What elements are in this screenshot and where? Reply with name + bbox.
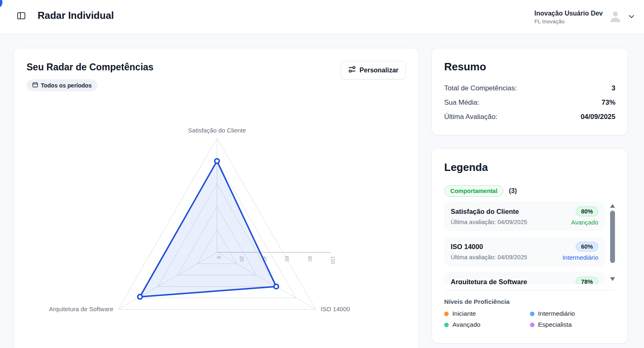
legend-item-iso14000: ISO 14000 Última avaliação: 04/09/2025 6… — [444, 237, 605, 266]
svg-text:Satisfação do Cliente: Satisfação do Cliente — [188, 127, 246, 134]
summary-title: Resumo — [444, 60, 615, 74]
legend-item-arquitetura: Arquitetura de Software 78% — [444, 272, 605, 284]
top-header: Radar Individual Inovação Usuário Dev FL… — [0, 0, 644, 34]
avancado-dot-icon — [444, 323, 449, 327]
sidebar-toggle-button[interactable] — [16, 11, 26, 21]
category-badge-comportamental[interactable]: Comportamental — [444, 185, 503, 197]
scrollbar-thumb[interactable] — [610, 211, 615, 263]
svg-text:Arquitetura de Software: Arquitetura de Software — [49, 305, 114, 312]
user-org: FL Inovação — [534, 18, 565, 25]
competency-name: ISO 14000 — [451, 242, 527, 251]
category-count: (3) — [509, 187, 517, 195]
competency-last-eval: Última avaliação: 04/09/2025 — [451, 253, 527, 261]
level-label: Avançado — [571, 219, 598, 226]
radar-card: Seu Radar de Competências Todos os perío… — [13, 48, 419, 348]
especialista-dot-icon — [530, 323, 534, 327]
legend-card: Legenda Comportamental (3) Satisfação do… — [432, 148, 628, 344]
legend-scroll-area[interactable]: Satisfação do Cliente Última avaliação: … — [444, 202, 615, 284]
corner-accent — [0, 0, 2, 8]
scrollbar-down-arrow[interactable] — [610, 277, 615, 281]
proficiency-label: Iniciante — [452, 310, 476, 317]
level-label: Intermediário — [562, 254, 598, 261]
summary-row-label: Total de Competências: — [444, 83, 517, 93]
proficiency-intermediario: Intermediário — [530, 310, 616, 317]
competency-name: Arquitetura de Software — [451, 277, 527, 284]
svg-text:ISO 14000: ISO 14000 — [321, 305, 350, 312]
proficiency-especialista: Especialista — [530, 321, 616, 328]
proficiency-iniciante: Iniciante — [444, 310, 530, 317]
proficiency-title: Níveis de Proficiência — [444, 298, 615, 305]
percent-badge: 78% — [576, 277, 598, 284]
summary-row-value: 3 — [612, 83, 615, 93]
summary-row-value: 73% — [602, 98, 615, 108]
summary-row-last-eval: Última Avaliação: 04/09/2025 — [444, 112, 615, 122]
proficiency-label: Avançado — [452, 321, 481, 328]
svg-text:80: 80 — [307, 256, 313, 262]
divider — [444, 290, 615, 290]
proficiency-avancado: Avançado — [444, 321, 530, 328]
avatar-icon — [608, 9, 622, 25]
svg-text:60: 60 — [284, 256, 290, 262]
legend-title: Legenda — [444, 160, 615, 174]
proficiency-label: Intermediário — [538, 310, 575, 317]
percent-badge: 80% — [576, 207, 598, 216]
summary-row-average: Sua Média: 73% — [444, 98, 615, 108]
page-title: Radar Individual — [38, 10, 114, 21]
proficiency-label: Especialista — [538, 321, 572, 328]
summary-row-label: Última Avaliação: — [444, 112, 497, 122]
legend-scrollbar[interactable] — [609, 202, 615, 284]
iniciante-dot-icon — [444, 312, 449, 316]
competency-last-eval: Última avaliação: 04/09/2025 — [451, 218, 527, 226]
legend-item-satisfacao: Satisfação do Cliente Última avaliação: … — [444, 202, 605, 231]
radar-chart: 020406080100Satisfação do ClienteISO 140… — [14, 48, 419, 348]
summary-card: Resumo Total de Competências: 3 Sua Médi… — [432, 48, 628, 135]
summary-row-total: Total de Competências: 3 — [444, 83, 615, 93]
scrollbar-up-arrow[interactable] — [610, 204, 615, 208]
competency-name: Satisfação do Cliente — [451, 207, 527, 216]
summary-row-value: 04/09/2025 — [581, 112, 615, 122]
svg-text:100: 100 — [330, 256, 335, 264]
summary-row-label: Sua Média: — [444, 98, 479, 108]
user-name: Inovação Usuário Dev — [534, 9, 603, 18]
intermediario-dot-icon — [530, 312, 534, 316]
percent-badge: 60% — [576, 242, 598, 251]
user-menu[interactable]: Inovação Usuário Dev FL Inovação — [534, 7, 635, 28]
chevron-down-icon[interactable] — [628, 13, 635, 22]
panel-left-icon — [17, 12, 25, 21]
